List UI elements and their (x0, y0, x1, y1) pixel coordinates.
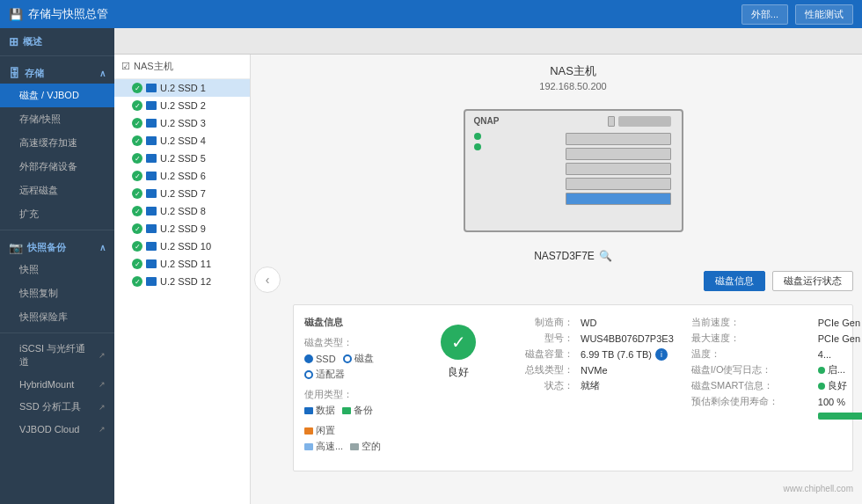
collapse-tree-button[interactable]: ‹ (254, 267, 281, 293)
usage-radio-group-2: 高速... 空的 (304, 440, 410, 453)
topbar: 💾 存储与快照总管 外部... 性能测试 (0, 0, 862, 28)
radio-adapter[interactable]: 适配器 (304, 368, 410, 381)
radio-dot-ssd (304, 354, 313, 363)
sidebar-item-cache[interactable]: 高速缓存加速 (0, 131, 114, 155)
disk-status-area: ✓ 良好 (427, 316, 489, 460)
sidebar-overview[interactable]: ⊞ 概述 (0, 28, 114, 52)
sidebar-storage-section[interactable]: 🗄 存储 ∧ (0, 60, 114, 84)
tree-disk-3[interactable]: ✓ U.2 SSD 3 (114, 114, 250, 132)
snapshot-collapse-icon: ∧ (99, 243, 106, 252)
sidebar-item-external-storage[interactable]: 外部存储设备 (0, 155, 114, 179)
radio-dot-hdd (343, 354, 352, 363)
watermark: www.chiphell.com (293, 484, 853, 493)
disk-info-button[interactable]: 磁盘信息 (704, 271, 765, 291)
disk-detail-fields: 制造商： WD 型号： WUS4BB076D7P3E3 磁盘容量： 6.99 T… (503, 316, 674, 392)
disk-icon-12 (146, 277, 157, 286)
disk-info-left: 磁盘信息 磁盘类型： SSD 磁盘 (304, 316, 410, 460)
snapshot-icon: 📷 (9, 241, 23, 254)
tree-disk-6[interactable]: ✓ U.2 SSD 6 (114, 167, 250, 185)
disk-icon-11 (146, 259, 157, 268)
tree-disk-1[interactable]: ✓ U.2 SSD 1 (114, 79, 250, 97)
radio-ssd[interactable]: SSD (304, 354, 336, 364)
usage-highspeed-dot (304, 443, 313, 450)
app-title: 💾 存储与快照总管 (9, 6, 108, 22)
main-topbar (114, 28, 862, 55)
max-speed-value: PCIe Gen 4 x 4 ● GB/s (818, 332, 862, 345)
disk-info-title: 磁盘信息 (304, 316, 410, 329)
tree-disk-10[interactable]: ✓ U.2 SSD 10 (114, 237, 250, 255)
disk-status-icon: ✓ (441, 325, 476, 360)
disk-status-icon-8: ✓ (132, 206, 142, 216)
tree-nas-header: ☑ NAS主机 (114, 55, 250, 79)
lifespan-bar-container (818, 411, 862, 420)
sidebar-item-expand[interactable]: 扩充 (0, 202, 114, 226)
disk-status-icon-11: ✓ (132, 259, 142, 269)
smart-status-dot (818, 383, 825, 390)
lifespan-bar (818, 413, 862, 420)
external-link-icon-hybrid: ↗ (99, 380, 106, 389)
sidebar-snapshot-section[interactable]: 📷 快照备份 ∧ (0, 234, 114, 258)
usage-radio-group: 数据 备份 闲置 (304, 404, 410, 437)
disk-status-icon-1: ✓ (132, 83, 142, 93)
disk-icon-5 (146, 154, 157, 163)
disk-status-icon-5: ✓ (132, 153, 142, 164)
disk-icon-6 (146, 172, 157, 180)
sidebar-item-snapshot[interactable]: 快照 (0, 258, 114, 281)
tree-panel: ☑ NAS主机 ✓ U.2 SSD 1 ✓ U.2 SSD 2 ✓ U.2 SS… (114, 55, 251, 504)
capacity-info-badge[interactable]: i (655, 348, 668, 361)
nas-slot-2 (566, 148, 671, 160)
disk-stats-area: 当前速度： PCIe Gen 3 x 4 (4 GB/s) 最大速度： PCIe… (691, 316, 862, 460)
external-button[interactable]: 外部... (741, 4, 788, 25)
usage-type-group: 使用类型： 数据 备份 (304, 388, 410, 453)
usage-data-dot (304, 407, 313, 414)
external-link-icon-iscsi: ↗ (99, 351, 106, 360)
usage-data: 数据 (304, 404, 335, 417)
radio-hdd[interactable]: 磁盘 (343, 352, 374, 365)
nas-small-button (608, 116, 615, 127)
disk-icon-7 (146, 189, 157, 198)
disk-type-group: 磁盘类型： SSD 磁盘 (304, 336, 410, 381)
disk-status-button[interactable]: 磁盘运行状态 (772, 271, 853, 291)
sidebar-item-disk-vjbod[interactable]: 磁盘 / VJBOD (0, 84, 114, 107)
tree-disk-8[interactable]: ✓ U.2 SSD 8 (114, 202, 250, 220)
sidebar-item-ssd-tool[interactable]: SSD 分析工具 ↗ (0, 395, 114, 419)
sidebar-item-storage-snapshot[interactable]: 存储/快照 (0, 107, 114, 131)
sidebar-item-snapshot-copy[interactable]: 快照复制 (0, 281, 114, 305)
nas-illustration: QNAP (293, 109, 853, 232)
usage-empty: 空的 (350, 440, 381, 453)
nas-disk-slots (566, 133, 671, 205)
disk-icon-1 (146, 84, 157, 92)
tree-disk-9[interactable]: ✓ U.2 SSD 9 (114, 220, 250, 237)
nas-header: NAS主机 192.168.50.200 (293, 63, 853, 91)
disk-status-icon-3: ✓ (132, 118, 142, 128)
disk-icon-8 (146, 207, 157, 215)
nas-brand-label: QNAP (474, 116, 500, 126)
sidebar-item-hybridmount[interactable]: HybridMount ↗ (0, 374, 114, 395)
nas-search-icon[interactable]: 🔍 (599, 250, 612, 262)
sidebar-item-snapshot-vault[interactable]: 快照保险库 (0, 305, 114, 329)
disk-light-indicator (474, 143, 481, 150)
nas-button-placeholder (618, 116, 671, 127)
sidebar-item-vjbod-cloud[interactable]: VJBOD Cloud ↗ (0, 419, 114, 440)
tree-disk-2[interactable]: ✓ U.2 SSD 2 (114, 97, 250, 114)
app-icon: 💾 (9, 8, 23, 21)
tree-disk-5[interactable]: ✓ U.2 SSD 5 (114, 150, 250, 167)
io-status-dot (818, 367, 825, 374)
usage-highspeed: 高速... (304, 440, 343, 453)
perf-test-button[interactable]: 性能测试 (795, 4, 853, 25)
disk-type-radio-group: SSD 磁盘 (304, 352, 410, 365)
sidebar-item-remote-disk[interactable]: 远程磁盘 (0, 179, 114, 202)
detail-panel: NAS主机 192.168.50.200 QNAP (284, 55, 862, 504)
usage-backup-dot (342, 407, 351, 414)
tree-disk-11[interactable]: ✓ U.2 SSD 11 (114, 255, 250, 273)
power-indicator (474, 133, 481, 140)
tree-disk-7[interactable]: ✓ U.2 SSD 7 (114, 185, 250, 202)
disk-capacity-value: 6.99 TB (7.6 TB) i (581, 347, 674, 361)
sidebar-item-iscsi[interactable]: iSCSI 与光纤通道 ↗ (0, 337, 114, 374)
disk-icon-10 (146, 242, 157, 251)
tree-disk-12[interactable]: ✓ U.2 SSD 12 (114, 273, 250, 290)
tree-disk-4[interactable]: ✓ U.2 SSD 4 (114, 132, 250, 150)
disk-status-icon-6: ✓ (132, 171, 142, 181)
nas-slot-3 (566, 163, 671, 175)
disk-status-icon-12: ✓ (132, 276, 142, 287)
